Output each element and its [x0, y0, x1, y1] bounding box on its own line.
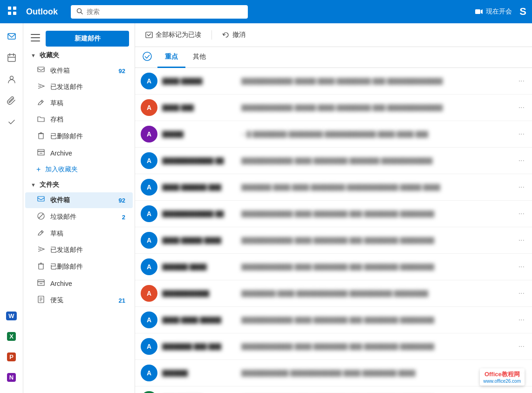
sidebar-ppt-icon[interactable]: P — [3, 348, 20, 365]
search-box[interactable] — [71, 5, 248, 19]
folder-sent[interactable]: 已发送邮件 — [25, 242, 133, 258]
email-sender: ███████████ — [162, 290, 237, 297]
email-more-icon[interactable]: ··· — [517, 77, 526, 85]
watermark: Office教程网 www.office26.com — [480, 368, 525, 386]
email-row[interactable]: A████ █████ ████████████████ ████ ██████… — [135, 227, 532, 254]
favorites-section-header[interactable]: ▼ 收藏夹 — [23, 48, 135, 62]
email-more-icon[interactable]: ··· — [517, 236, 526, 244]
email-sender: ████ ████ █████ — [162, 317, 237, 324]
sidebar-people-icon[interactable] — [3, 71, 20, 88]
email-sender: ████ █████ ████ — [162, 237, 237, 244]
folder-inbox[interactable]: 收件箱 92 — [25, 192, 133, 208]
sidebar-calendar-icon[interactable] — [3, 49, 20, 66]
email-row[interactable]: A████ █████████████████ █████ ████ █████… — [135, 68, 532, 95]
search-icon — [76, 8, 83, 16]
folder-sent-icon — [36, 246, 46, 254]
email-row[interactable]: A████ ████ █████████████████ ████ ██████… — [135, 307, 532, 333]
fav-archive2[interactable]: Archive — [25, 145, 133, 161]
sidebar-onenote-icon[interactable]: N — [3, 369, 20, 386]
tab-check-icon[interactable] — [143, 52, 152, 63]
topbar-right: 现在开会 S — [475, 6, 526, 18]
email-row[interactable]: A█████████████████ ████████████ ████ ███… — [135, 360, 532, 386]
email-row[interactable]: A████████████ ██████████████ ████ ██████… — [135, 201, 532, 227]
hamburger-icon[interactable] — [29, 32, 42, 46]
fav-inbox-badge: 92 — [119, 68, 125, 75]
svg-rect-33 — [39, 264, 43, 269]
folder-junk-label: 垃圾邮件 — [50, 213, 117, 221]
folder-icon — [36, 115, 46, 124]
favorites-label: 收藏夹 — [40, 51, 59, 60]
email-avatar: A — [141, 179, 157, 196]
sidebar-word-icon[interactable]: W — [3, 307, 20, 324]
email-row[interactable]: A██████ ████████████████ ████ ████████ █… — [135, 254, 532, 280]
search-input[interactable] — [87, 8, 242, 15]
draft-icon — [36, 99, 46, 108]
email-content: ████████ ████ ████████████ ██████████ ██… — [241, 290, 512, 297]
sidebar-attachment-icon[interactable] — [3, 92, 20, 109]
email-row[interactable]: A████████████ ██████████████ ████ ██████… — [135, 148, 532, 174]
tab-other[interactable]: 其他 — [185, 47, 213, 68]
sidebar-mail-icon[interactable] — [3, 28, 20, 45]
folder-deleted[interactable]: 已删除邮件 — [25, 258, 133, 275]
email-more-icon[interactable]: ··· — [517, 103, 526, 112]
email-row[interactable]: A████ ██████ ██████████ ████ ████ ██████… — [135, 174, 532, 201]
add-folder-label: 加入收藏夹 — [45, 165, 78, 174]
mark-all-read-button[interactable]: 全部标记为已读 — [143, 29, 204, 41]
svg-rect-3 — [13, 12, 16, 15]
folder-notes-badge: 21 — [119, 297, 125, 304]
favorites-chevron: ▼ — [31, 53, 36, 58]
email-row[interactable]: M███ ██████████████████ ████ ████████ ██… — [135, 386, 532, 393]
email-more-icon[interactable]: ··· — [517, 183, 526, 191]
fav-archive[interactable]: 存档 — [25, 112, 133, 128]
email-more-icon[interactable]: ··· — [517, 263, 526, 271]
email-toolbar: 全部标记为已读 撤消 — [135, 23, 532, 47]
sidebar-excel-icon[interactable]: X — [3, 328, 20, 345]
new-email-button[interactable]: 新建邮件 — [46, 31, 129, 47]
folder-junk[interactable]: 垃圾邮件 2 — [25, 209, 133, 225]
email-content: ████████████ ████ ████████ ███ ████████ … — [241, 264, 512, 271]
svg-rect-8 — [8, 34, 15, 39]
email-row[interactable]: A███████████████████ ████ ████████████ █… — [135, 280, 532, 307]
email-more-icon[interactable]: ··· — [517, 342, 526, 351]
email-row[interactable]: A███████ ███ ███████████████ ████ ██████… — [135, 333, 532, 360]
svg-rect-1 — [13, 7, 16, 10]
svg-rect-43 — [146, 32, 152, 38]
skype-icon[interactable]: S — [519, 6, 526, 18]
email-row[interactable]: A█████< █ ████████ ████████ ████████████… — [135, 121, 532, 148]
email-sender: ████████████ ██ — [162, 210, 237, 217]
undo-button[interactable]: 撤消 — [219, 29, 248, 41]
svg-rect-14 — [31, 34, 40, 35]
email-content: ████████████ ████ ████████ ███ ████████ … — [241, 317, 512, 324]
folders-chevron: ▼ — [31, 182, 36, 188]
email-more-icon[interactable]: ··· — [517, 210, 526, 218]
app-grid-icon[interactable] — [6, 4, 19, 20]
folder-notes[interactable]: 便笺 21 — [25, 292, 133, 309]
email-more-icon[interactable]: ··· — [517, 289, 526, 298]
folder-draft[interactable]: 草稿 — [25, 226, 133, 242]
svg-line-30 — [39, 214, 43, 218]
sidebar-tasks-icon[interactable] — [3, 114, 20, 130]
fav-sent[interactable]: 已发送邮件 — [25, 79, 133, 95]
meet-now-button[interactable]: 现在开会 — [475, 7, 512, 16]
fav-inbox[interactable]: 收件箱 92 — [25, 63, 133, 79]
ppt-label: P — [7, 352, 16, 361]
excel-label: X — [7, 332, 16, 341]
add-folder-button[interactable]: + 加入收藏夹 — [25, 162, 133, 177]
fav-deleted[interactable]: 已删除邮件 — [25, 128, 133, 145]
svg-rect-17 — [38, 67, 44, 72]
main-layout: W X P N 新建邮件 — [0, 23, 532, 393]
email-more-icon[interactable]: ··· — [517, 130, 526, 138]
folder-archive[interactable]: Archive — [25, 276, 133, 291]
svg-rect-2 — [8, 12, 11, 15]
email-more-icon[interactable]: ··· — [517, 316, 526, 324]
folders-section-header[interactable]: ▼ 文件夹 — [23, 178, 135, 192]
fav-draft[interactable]: 草稿 — [25, 95, 133, 111]
topbar: Outlook 现在开会 S — [0, 0, 532, 23]
tab-important[interactable]: 重点 — [157, 47, 185, 68]
svg-rect-20 — [39, 134, 43, 139]
email-row[interactable]: A████ ███████████████ █████ ████ ███████… — [135, 95, 532, 121]
svg-line-31 — [41, 231, 42, 233]
email-avatar: A — [141, 205, 157, 222]
email-more-icon[interactable]: ··· — [517, 156, 526, 165]
folder-inbox-badge: 92 — [119, 197, 125, 204]
